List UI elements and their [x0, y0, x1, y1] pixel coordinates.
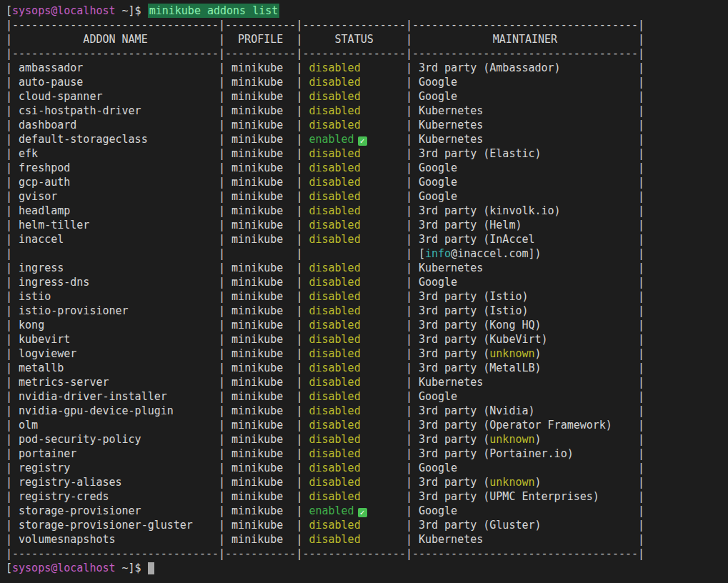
- status-cell: enabled✓: [302, 132, 405, 146]
- table-border-pipe: |: [296, 347, 302, 360]
- status-text: disabled: [302, 276, 360, 289]
- table-border-pipe: |: [296, 447, 302, 460]
- status-cell: disabled: [302, 404, 405, 418]
- table-border-pipe: |: [406, 390, 412, 403]
- table-border-pipe: |: [6, 119, 12, 131]
- table-border-pipe: |: [6, 204, 12, 217]
- status-text: disabled: [302, 490, 360, 503]
- table-border-pipe: |: [406, 462, 412, 474]
- table-border-pipe: |: [638, 476, 644, 489]
- table-border-pipe: |: [296, 333, 302, 346]
- table-border-pipe: |: [638, 333, 644, 346]
- maintainer-cell: 3rd party (unknown): [412, 432, 638, 447]
- maintainer-cell: 3rd party (Portainer.io): [412, 447, 638, 461]
- table-row: | registry-creds| minikube| disabled| 3r…: [6, 489, 728, 504]
- status-cell: disabled: [302, 232, 405, 246]
- table-border-pipe: |: [638, 247, 644, 260]
- table-border-pipe: |: [219, 219, 225, 231]
- status-cell: disabled: [302, 146, 405, 161]
- status-cell: disabled: [302, 518, 405, 532]
- status-cell: disabled: [302, 204, 405, 218]
- status-cell: disabled: [302, 61, 405, 75]
- table-border-pipe: |: [219, 61, 225, 74]
- status-cell: disabled: [302, 118, 405, 132]
- profile-cell: minikube: [225, 332, 296, 347]
- table-border-pipe: |: [6, 219, 12, 231]
- table-border-pipe: |: [219, 462, 225, 474]
- maintainer-cell: 3rd party (Operator Framework): [412, 418, 638, 432]
- status-cell: disabled: [302, 447, 405, 461]
- table-border-pipe: |: [6, 319, 12, 332]
- table-border-pipe: |: [638, 290, 644, 303]
- table-border-pipe: |: [638, 133, 644, 146]
- table-border-pipe: |: [638, 462, 644, 474]
- table-border-pipe: |: [6, 61, 12, 74]
- maintainer-cell: Kubernetes: [412, 532, 638, 547]
- addon-name-cell: nvidia-gpu-device-plugin: [12, 404, 219, 418]
- table-border-pipe: |: [406, 276, 412, 289]
- prompt-bracket: [: [6, 562, 12, 574]
- status-text: disabled: [302, 147, 360, 160]
- table-border-pipe: |: [296, 490, 302, 503]
- table-border-pipe: |: [406, 447, 412, 460]
- addon-name-cell: storage-provisioner-gluster: [12, 518, 219, 532]
- table-border-pipe: |: [6, 490, 12, 503]
- table-border-pipe: |: [6, 533, 12, 546]
- table-row: | csi-hostpath-driver| minikube| disable…: [6, 104, 728, 118]
- table-border-pipe: |: [219, 504, 225, 517]
- table-border-pipe: |: [219, 319, 225, 332]
- table-row: | nvidia-driver-installer| minikube| dis…: [6, 389, 728, 404]
- status-cell: disabled: [302, 332, 405, 347]
- table-border-pipe: |: [638, 104, 644, 117]
- maintainer-highlight: unknown: [489, 433, 534, 446]
- status-cell: disabled: [302, 304, 405, 318]
- table-border-pipe: |: [296, 204, 302, 217]
- table-border-pipe: |: [6, 419, 12, 432]
- table-border-pipe: |: [6, 161, 12, 174]
- table-border-pipe: |: [6, 233, 12, 246]
- terminal-cursor[interactable]: [148, 562, 154, 574]
- table-row: | gcp-auth| minikube| disabled| Google|: [6, 175, 728, 189]
- table-border-pipe: |: [6, 304, 12, 317]
- addon-name-cell: helm-tiller: [12, 218, 219, 232]
- status-text: disabled: [302, 347, 360, 360]
- check-mark-badge-icon: ✓: [358, 136, 367, 146]
- table-border-pipe: |: [6, 462, 12, 474]
- maintainer-cell: Google: [412, 189, 638, 204]
- status-text: disabled: [302, 404, 360, 417]
- table-row: | gvisor| minikube| disabled| Google|: [6, 189, 728, 204]
- table-border-pipe: |: [6, 376, 12, 389]
- status-text: enabled: [302, 504, 354, 517]
- status-text: disabled: [302, 433, 360, 446]
- profile-cell: minikube: [225, 75, 296, 89]
- status-text: disabled: [302, 119, 360, 131]
- table-border-pipe: |: [406, 119, 412, 131]
- maintainer-cell: 3rd party (Elastic): [412, 146, 638, 161]
- table-border-pipe: |: [219, 490, 225, 503]
- status-text: disabled: [302, 261, 360, 274]
- table-border-pipe: |: [219, 161, 225, 174]
- table-border-pipe: |: [296, 276, 302, 289]
- status-cell: disabled: [302, 432, 405, 447]
- table-border-pipe: |: [219, 276, 225, 289]
- table-border-pipe: |: [638, 490, 644, 503]
- status-text: disabled: [302, 304, 360, 317]
- table-border-pipe: |: [219, 147, 225, 160]
- terminal[interactable]: [sysops@localhost ~]$ minikube addons li…: [0, 0, 728, 575]
- table-border-pipe: |: [296, 419, 302, 432]
- status-cell: disabled: [302, 347, 405, 361]
- profile-cell: minikube: [225, 504, 296, 518]
- status-cell: disabled: [302, 475, 405, 489]
- table-row: | pod-security-policy| minikube| disable…: [6, 432, 728, 447]
- prompt-line-bottom: [sysops@localhost ~]$: [6, 561, 728, 575]
- table-border-pipe: |: [296, 290, 302, 303]
- table-border-pipe: |: [219, 90, 225, 103]
- profile-cell: minikube: [225, 418, 296, 432]
- maintainer-cell: Google: [412, 275, 638, 289]
- table-border-pipe: |: [296, 504, 302, 517]
- table-border-pipe: |: [219, 290, 225, 303]
- table-border-pipe: |: [296, 519, 302, 532]
- table-border-pipe: |: [406, 419, 412, 432]
- column-header: MAINTAINER: [412, 32, 638, 46]
- profile-cell: minikube: [225, 375, 296, 389]
